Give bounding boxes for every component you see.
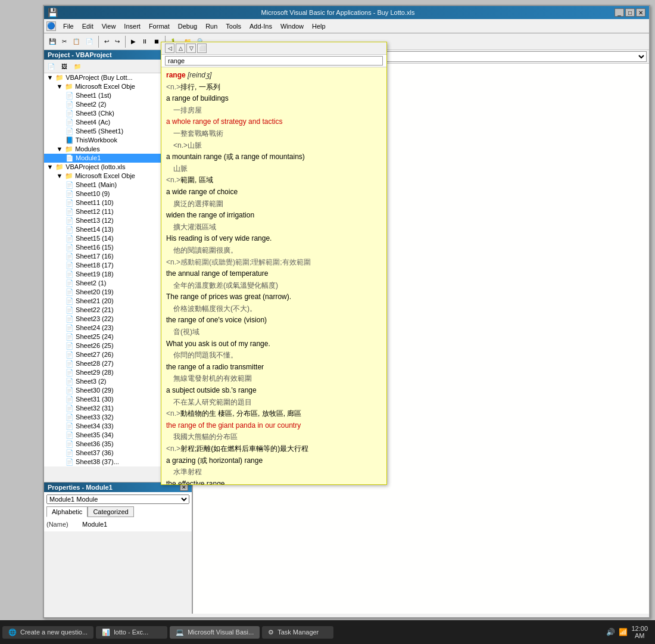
taskbar-create-label: Create a new questio...	[20, 629, 88, 636]
tl16: Sheet23 (22)	[74, 315, 114, 322]
tree-collapse-obj2: ▼	[56, 172, 63, 179]
taskbar-lotto-icon: 📊	[102, 629, 110, 636]
dict-search-input[interactable]	[165, 56, 383, 66]
menu-addins[interactable]: Add-Ins	[246, 21, 276, 31]
dict-entry-11: widen the range of irrigation	[166, 210, 382, 221]
menu-debug[interactable]: Debug	[174, 21, 201, 31]
menu-help[interactable]: Help	[308, 21, 329, 31]
project-toggle-folders[interactable]: 📁	[71, 61, 83, 71]
ti26: 📄	[66, 405, 74, 412]
ti25: 📄	[66, 396, 74, 403]
tree-folder-modules: 📁	[65, 145, 73, 153]
toolbar-save[interactable]: 💾	[46, 36, 58, 46]
ti14: 📄	[66, 297, 74, 304]
dict-content[interactable]: range [reindʒ] <n.>排行, 一系列 a range of bu…	[161, 67, 386, 484]
tree-label-sheet3: Sheet3 (Chk)	[76, 110, 114, 117]
ti23: 📄	[66, 378, 74, 385]
project-view-object[interactable]: 🖼	[58, 61, 70, 71]
dict-entry-17: The range of prices was great (narrow).	[166, 291, 382, 303]
vba-title-text: Microsoft Visual Basic for Applications …	[261, 9, 415, 16]
tab-alphabetic[interactable]: Alphabetic	[46, 506, 88, 517]
menu-file[interactable]: File	[60, 21, 77, 31]
toolbar-copy[interactable]: 📋	[70, 36, 82, 46]
dict-pronunciation: [reindʒ]	[188, 71, 211, 79]
properties-tabs: Alphabetic Categorized	[46, 506, 189, 517]
toolbar-run[interactable]: ▶	[129, 36, 138, 46]
tl14: Sheet21 (20)	[74, 297, 114, 304]
tl10: Sheet18 (17)	[74, 262, 114, 269]
vba-titlebar: 💾 Microsoft Visual Basic for Application…	[44, 6, 649, 19]
tl25: Sheet31 (30)	[74, 396, 114, 403]
tl11: Sheet19 (18)	[74, 270, 114, 278]
ti32: 📄	[66, 458, 74, 465]
tl5: Sheet13 (12)	[74, 217, 114, 224]
menu-tools[interactable]: Tools	[222, 21, 245, 31]
tl15: Sheet22 (21)	[74, 306, 114, 313]
menu-edit[interactable]: Edit	[79, 21, 97, 31]
dict-icon-2[interactable]: △	[176, 43, 185, 53]
tl6: Sheet14 (13)	[74, 226, 114, 233]
taskbar-system-tray: 🔊 📶 12:00AM	[606, 625, 653, 639]
taskbar-tm-label: Task Manager	[277, 629, 319, 636]
menu-view[interactable]: View	[98, 21, 120, 31]
tl8: Sheet16 (15)	[74, 244, 114, 251]
tab-categorized[interactable]: Categorized	[88, 506, 133, 517]
toolbar-cut[interactable]: ✂	[60, 36, 69, 46]
dict-entry-18: 价格波動幅度很大(不大)。	[166, 303, 382, 315]
toolbar-paste[interactable]: 📄	[83, 36, 95, 46]
tl20: Sheet27 (26)	[74, 351, 114, 358]
tl26: Sheet32 (31)	[74, 405, 114, 412]
tree-label: VBAProject (Buy Lott...	[66, 74, 133, 81]
ti8: 📄	[66, 244, 74, 251]
dict-icon-4[interactable]: ⬜	[197, 43, 207, 53]
taskbar-item-taskmanager[interactable]: ⚙ Task Manager	[262, 626, 333, 639]
tray-icon-1: 🔊	[606, 628, 615, 636]
dict-icon-3[interactable]: ▽	[186, 43, 196, 53]
ti21: 📄	[66, 360, 74, 367]
tl28: Sheet34 (33)	[74, 422, 114, 430]
properties-module-select[interactable]: Module1 Module	[46, 494, 189, 504]
tree-label-obj2: Microsoft Excel Obje	[75, 172, 135, 179]
tl18: Sheet25 (24)	[74, 333, 114, 340]
project-view-code[interactable]: 📄	[45, 61, 57, 71]
tree-icon-module1: 📄	[66, 154, 74, 161]
ti5: 📄	[66, 217, 74, 224]
tray-icon-2: 📶	[619, 628, 628, 636]
dict-entry-12: 擴大灌溉區域	[166, 222, 382, 233]
tl21: Sheet28 (27)	[74, 360, 114, 367]
menu-format[interactable]: Format	[145, 21, 173, 31]
dict-icon-1[interactable]: ◁	[165, 43, 174, 53]
tl3: Sheet11 (10)	[74, 199, 114, 206]
toolbar-sep2	[125, 36, 126, 48]
toolbar-break[interactable]: ⏸	[139, 36, 150, 46]
taskbar-tm-icon: ⚙	[268, 629, 274, 636]
taskbar-item-lotto[interactable]: 📊 lotto - Exc...	[96, 626, 167, 639]
dict-entry-7: a mountain range (或 a range of mountains…	[166, 151, 382, 163]
dict-entry-pos-4: <n.>動植物的生 棲區, 分布區, 放牧區, 廊區	[166, 408, 382, 419]
vba-maximize-btn[interactable]: □	[625, 8, 635, 17]
taskbar-item-create[interactable]: 🌐 Create a new questio...	[2, 626, 93, 639]
ti7: 📄	[66, 235, 74, 242]
menu-window[interactable]: Window	[277, 21, 307, 31]
tl7: Sheet15 (14)	[74, 235, 114, 242]
dict-entry-14: 他的閱讀範圍很廣。	[166, 245, 382, 256]
vba-minimize-btn[interactable]: _	[615, 8, 624, 17]
menu-run[interactable]: Run	[202, 21, 221, 31]
tree-label-sheet4: Sheet4 (Ac)	[76, 119, 110, 126]
taskbar-item-vba[interactable]: 💻 Microsoft Visual Basi...	[170, 626, 260, 639]
ti6: 📄	[66, 226, 74, 233]
vba-close-btn[interactable]: ✕	[636, 8, 645, 17]
vba-title-controls[interactable]: _ □ ✕	[615, 8, 645, 17]
ti28: 📄	[66, 422, 74, 430]
dict-entry-20: 音(視)域	[166, 326, 382, 338]
dict-entry-31: the effective range	[166, 478, 382, 484]
toolbar-redo[interactable]: ↪	[113, 36, 122, 46]
toolbar-sep1	[98, 36, 99, 48]
toolbar-undo[interactable]: ↩	[102, 36, 111, 46]
tl29: Sheet35 (34)	[74, 431, 114, 438]
taskbar: 🌐 Create a new questio... 📊 lotto - Exc.…	[0, 620, 655, 644]
menu-insert[interactable]: Insert	[120, 21, 144, 31]
tl17: Sheet24 (23)	[74, 324, 114, 331]
vba-app-icon: 🔵	[46, 21, 56, 31]
tree-collapse-modules: ▼	[56, 145, 63, 153]
